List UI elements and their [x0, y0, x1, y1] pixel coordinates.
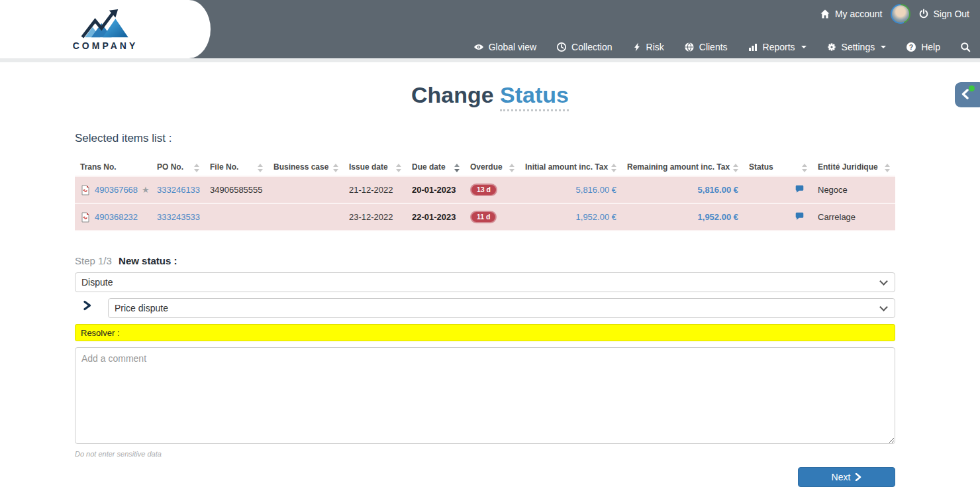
overdue-badge: 13 d [470, 184, 497, 196]
pdf-icon[interactable] [80, 212, 91, 223]
sort-icon[interactable] [193, 164, 199, 172]
col-overdue[interactable]: Overdue [465, 158, 520, 176]
trans-no-link[interactable]: 490368232 [95, 212, 138, 222]
sort-desc-icon[interactable] [454, 164, 460, 172]
comment-status-icon[interactable] [795, 184, 805, 193]
avatar-image [892, 5, 909, 23]
resolver-label: Resolver : [81, 328, 120, 338]
gear-icon [826, 42, 837, 52]
side-panel-toggle[interactable] [955, 82, 980, 107]
substatus-indent [75, 300, 108, 311]
nav-risk[interactable]: Risk [632, 42, 664, 52]
entity-cell: Negoce [812, 176, 895, 203]
col-entite-juridique[interactable]: Entité Juridique [812, 158, 895, 176]
sort-icon[interactable] [509, 164, 514, 172]
sort-icon[interactable] [257, 164, 263, 172]
question-icon: ? [906, 42, 916, 52]
page-title: Change Status [0, 82, 980, 108]
initial-amount-cell: 1,952.00 € [520, 203, 622, 231]
step-label: Step 1/3 [75, 255, 112, 266]
nav-collection[interactable]: Collection [556, 42, 612, 52]
nav-global-view[interactable]: Global view [473, 42, 536, 52]
overdue-badge: 11 d [470, 211, 497, 223]
sort-icon[interactable] [611, 164, 616, 172]
file-no-cell [205, 203, 268, 231]
nav-clients[interactable]: Clients [684, 42, 728, 52]
selected-items-heading: Selected items list : [75, 132, 895, 145]
remaining-amount-cell: 1,952.00 € [622, 203, 744, 231]
globe-icon [684, 42, 695, 52]
home-icon [820, 9, 830, 19]
due-date-cell: 22-01-2023 [407, 203, 465, 231]
chevron-right-icon [855, 473, 861, 481]
sort-icon[interactable] [332, 164, 338, 172]
po-no-link[interactable]: 333246133 [157, 185, 200, 195]
business-case-cell [268, 176, 344, 203]
sort-icon[interactable] [801, 164, 807, 172]
top-navbar: COMPANY My account Sign Out Global view [0, 0, 980, 58]
business-case-cell [268, 203, 344, 231]
comment-status-icon[interactable] [795, 211, 805, 221]
sensitive-data-note: Do not enter sensitive data [75, 450, 895, 458]
initial-amount-cell: 5,816.00 € [520, 176, 622, 203]
avatar[interactable] [891, 4, 910, 24]
status-select[interactable]: Dispute [75, 272, 895, 292]
main-navbar: Global view Collection Risk Clients [473, 42, 971, 52]
new-status-label: New status : [119, 255, 177, 266]
trans-no-link[interactable]: 490367668 [95, 185, 138, 195]
eye-icon [473, 42, 484, 52]
sort-icon[interactable] [395, 164, 401, 172]
table-row: 490368232 333243533 23-12-2022 22-01-202… [75, 203, 895, 231]
power-icon [918, 9, 929, 19]
selected-items-table: Trans No. PO No. File No. Business case … [75, 158, 895, 231]
nav-help[interactable]: ? Help [906, 42, 940, 52]
col-trans-no: Trans No. [75, 158, 152, 176]
logo-text: COMPANY [73, 40, 138, 51]
sort-icon[interactable] [732, 164, 738, 172]
my-account-link[interactable]: My account [820, 9, 883, 19]
my-account-label: My account [835, 9, 883, 19]
nav-settings[interactable]: Settings [826, 42, 887, 52]
clock-icon [556, 42, 567, 52]
pdf-icon[interactable] [80, 185, 91, 195]
next-button[interactable]: Next [798, 467, 895, 487]
resolver-bar: Resolver : [75, 324, 895, 341]
nav-risk-label: Risk [646, 42, 664, 52]
col-due-date[interactable]: Due date [407, 158, 465, 176]
table-row: 490367668 ★ 333246133 34906585555 21-12-… [75, 176, 895, 203]
svg-text:?: ? [909, 43, 913, 51]
header-divider [0, 58, 980, 62]
chevron-down-icon [801, 46, 807, 48]
po-no-link[interactable]: 333243533 [157, 212, 200, 222]
col-po-no[interactable]: PO No. [152, 158, 205, 176]
account-navbar: My account Sign Out [820, 0, 969, 28]
nav-collection-label: Collection [571, 42, 612, 52]
search-button[interactable] [960, 42, 971, 52]
bolt-icon [632, 42, 642, 52]
company-logo[interactable]: COMPANY [0, 0, 211, 58]
col-remaining-amount[interactable]: Remaining amount inc. Tax [622, 158, 744, 176]
issue-date-cell: 21-12-2022 [344, 176, 407, 203]
col-issue-date[interactable]: Issue date [344, 158, 407, 176]
star-icon[interactable]: ★ [142, 185, 150, 195]
nav-clients-label: Clients [699, 42, 728, 52]
sign-out-label: Sign Out [934, 9, 969, 19]
nav-reports[interactable]: Reports [748, 42, 807, 52]
col-status[interactable]: Status [744, 158, 812, 176]
nav-global-view-label: Global view [489, 42, 536, 52]
step-header: Step 1/3 New status : [75, 255, 895, 266]
col-business-case[interactable]: Business case [268, 158, 344, 176]
col-file-no[interactable]: File No. [205, 158, 268, 176]
sort-icon[interactable] [884, 164, 890, 172]
chevron-right-icon [83, 300, 92, 311]
sign-out-link[interactable]: Sign Out [918, 9, 969, 19]
comment-textarea[interactable] [75, 347, 895, 444]
status-select-wrap: Dispute [75, 272, 895, 292]
substatus-select-wrap: Price dispute [108, 298, 895, 318]
logo-mountains-icon [75, 8, 136, 40]
table-header-row: Trans No. PO No. File No. Business case … [75, 158, 895, 176]
due-date-cell: 20-01-2023 [407, 176, 465, 203]
substatus-select[interactable]: Price dispute [108, 298, 895, 318]
col-initial-amount[interactable]: Initial amount inc. Tax [520, 158, 622, 176]
entity-cell: Carrelage [812, 203, 895, 231]
